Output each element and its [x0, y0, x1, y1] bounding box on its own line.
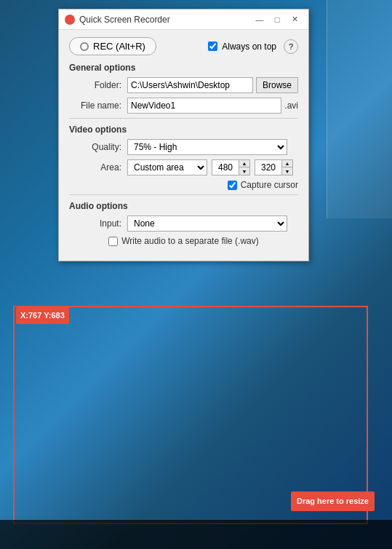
- height-spinbox-buttons: ▲ ▼: [282, 159, 293, 175]
- always-on-top-checkbox[interactable]: [208, 42, 217, 51]
- app-icon: [65, 15, 75, 25]
- wav-label: Write audio to a separate file (.wav): [121, 236, 259, 246]
- app-window: Quick Screen Recorder — □ ✕ REC (Alt+R) …: [58, 9, 309, 261]
- rec-radio-icon: [80, 42, 89, 51]
- capture-cursor-row: Capture cursor: [69, 180, 298, 190]
- audio-input-select[interactable]: None Default Microphone: [127, 216, 287, 232]
- folder-label: Folder:: [69, 80, 121, 90]
- maximize-button[interactable]: □: [269, 13, 285, 26]
- close-button[interactable]: ✕: [287, 13, 303, 26]
- divider-1: [69, 118, 298, 119]
- win-pane-decoration: [327, 0, 392, 218]
- rec-row: REC (Alt+R) Always on top ?: [69, 37, 298, 55]
- coord-text: X:767 Y:683: [20, 311, 65, 320]
- area-row: Area: Custom area Full screen Window ▲ ▼: [69, 159, 298, 175]
- wav-row: Write audio to a separate file (.wav): [69, 236, 298, 246]
- quality-row: Quality: 75% - High 50% - Medium 25% - L…: [69, 139, 298, 155]
- width-spinbox[interactable]: [212, 159, 239, 175]
- width-spinbox-down[interactable]: ▼: [239, 167, 249, 175]
- area-label: Area:: [69, 162, 121, 173]
- capture-cursor-label: Capture cursor: [241, 180, 298, 190]
- help-button[interactable]: ?: [284, 39, 298, 54]
- height-spinbox-group: ▲ ▼: [255, 159, 293, 175]
- wav-checkbox[interactable]: [108, 237, 118, 246]
- taskbar: [0, 520, 392, 549]
- drag-text: Drag here to resize: [297, 497, 369, 505]
- drag-resize-handle[interactable]: Drag here to resize: [291, 491, 375, 511]
- window-title: Quick Screen Recorder: [79, 15, 252, 25]
- always-on-top-label: Always on top: [222, 42, 276, 52]
- width-spinbox-group: ▲ ▼: [212, 159, 250, 175]
- rec-label: REC (Alt+R): [93, 41, 145, 52]
- video-section-title: Video options: [69, 125, 298, 135]
- coord-label: X:767 Y:683: [16, 307, 69, 324]
- capture-cursor-checkbox-row: Capture cursor: [228, 180, 298, 190]
- wav-checkbox-row: Write audio to a separate file (.wav): [108, 236, 259, 246]
- filename-input[interactable]: [127, 98, 281, 114]
- general-section-title: General options: [69, 63, 298, 73]
- rec-button[interactable]: REC (Alt+R): [69, 37, 156, 55]
- area-select[interactable]: Custom area Full screen Window: [127, 159, 207, 175]
- height-spinbox-down[interactable]: ▼: [282, 167, 292, 175]
- title-bar-controls: — □ ✕: [252, 13, 303, 26]
- divider-2: [69, 194, 298, 195]
- filename-label: File name:: [69, 100, 121, 111]
- folder-input[interactable]: [127, 77, 253, 93]
- title-bar: Quick Screen Recorder — □ ✕: [59, 9, 308, 30]
- height-spinbox[interactable]: [255, 159, 282, 175]
- input-row: Input: None Default Microphone: [69, 216, 298, 232]
- window-body: REC (Alt+R) Always on top ? General opti…: [59, 30, 308, 261]
- quality-label: Quality:: [69, 142, 121, 152]
- minimize-button[interactable]: —: [252, 13, 268, 26]
- capture-cursor-checkbox[interactable]: [228, 181, 237, 190]
- height-spinbox-up[interactable]: ▲: [282, 160, 292, 167]
- width-spinbox-up[interactable]: ▲: [239, 160, 249, 167]
- file-extension: .avi: [284, 100, 298, 111]
- width-spinbox-buttons: ▲ ▼: [239, 159, 250, 175]
- filename-row: File name: .avi: [69, 98, 298, 114]
- input-label: Input:: [69, 218, 121, 229]
- desktop: Quick Screen Recorder — □ ✕ REC (Alt+R) …: [0, 0, 392, 549]
- audio-section-title: Audio options: [69, 201, 298, 211]
- browse-button[interactable]: Browse: [256, 77, 298, 93]
- folder-row: Folder: Browse: [69, 77, 298, 93]
- quality-select[interactable]: 75% - High 50% - Medium 25% - Low 100% -…: [127, 139, 287, 155]
- always-on-top-row: Always on top ?: [208, 39, 298, 54]
